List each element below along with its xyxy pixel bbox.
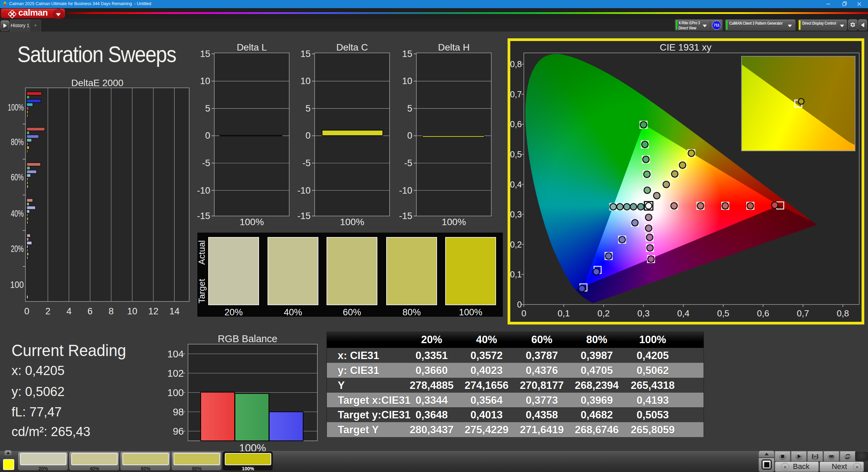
svg-text:15: 15 bbox=[200, 49, 210, 59]
svg-text:-5: -5 bbox=[202, 158, 210, 168]
svg-text:0,8: 0,8 bbox=[837, 308, 849, 318]
svg-text:0,4: 0,4 bbox=[510, 180, 522, 189]
svg-text:10: 10 bbox=[402, 76, 412, 86]
svg-text:CIE 1931 xy: CIE 1931 xy bbox=[660, 42, 712, 53]
svg-text:-15: -15 bbox=[297, 211, 311, 221]
svg-text:80%: 80% bbox=[11, 137, 24, 147]
svg-text:100%: 100% bbox=[240, 217, 264, 227]
svg-text:98: 98 bbox=[173, 407, 184, 417]
svg-text:5: 5 bbox=[407, 103, 412, 114]
svg-text:100%: 100% bbox=[8, 102, 24, 113]
svg-text:0: 0 bbox=[521, 308, 526, 318]
svg-text:0,6: 0,6 bbox=[510, 119, 522, 129]
svg-text:10: 10 bbox=[200, 76, 210, 86]
svg-text:0,2: 0,2 bbox=[597, 308, 610, 318]
svg-text:100: 100 bbox=[167, 387, 184, 398]
svg-text:0: 0 bbox=[517, 300, 522, 309]
svg-text:15: 15 bbox=[300, 49, 311, 59]
svg-text:0,2: 0,2 bbox=[510, 240, 522, 249]
svg-text:0,4: 0,4 bbox=[677, 308, 689, 318]
svg-text:Delta C: Delta C bbox=[336, 42, 368, 53]
svg-text:0,5: 0,5 bbox=[717, 308, 729, 318]
svg-text:100%: 100% bbox=[442, 217, 466, 227]
svg-text:4: 4 bbox=[66, 306, 72, 316]
svg-text:0: 0 bbox=[24, 306, 29, 316]
svg-text:102: 102 bbox=[167, 368, 184, 379]
svg-text:100: 100 bbox=[10, 280, 24, 290]
svg-text:Delta H: Delta H bbox=[438, 42, 470, 53]
svg-text:0,3: 0,3 bbox=[510, 210, 522, 219]
svg-text:-5: -5 bbox=[302, 158, 311, 168]
svg-text:RGB Balance: RGB Balance bbox=[218, 333, 277, 344]
svg-text:0,8: 0,8 bbox=[510, 59, 522, 69]
svg-text:DeltaE 2000: DeltaE 2000 bbox=[71, 78, 123, 88]
svg-text:12: 12 bbox=[148, 306, 158, 316]
svg-text:0,3: 0,3 bbox=[637, 308, 650, 318]
svg-text:15: 15 bbox=[402, 49, 412, 59]
svg-text:-10: -10 bbox=[297, 185, 311, 196]
svg-text:100%: 100% bbox=[340, 217, 364, 227]
svg-text:0: 0 bbox=[407, 131, 412, 141]
svg-text:8: 8 bbox=[108, 306, 114, 316]
svg-text:0,6: 0,6 bbox=[757, 308, 769, 318]
svg-text:-15: -15 bbox=[399, 211, 412, 221]
svg-text:0,1: 0,1 bbox=[510, 270, 522, 279]
svg-text:96: 96 bbox=[173, 426, 184, 437]
svg-text:0: 0 bbox=[205, 131, 210, 141]
svg-text:10: 10 bbox=[300, 76, 311, 86]
svg-text:5: 5 bbox=[305, 103, 311, 114]
svg-text:6: 6 bbox=[87, 306, 93, 316]
svg-text:40%: 40% bbox=[11, 209, 24, 219]
svg-text:Delta L: Delta L bbox=[237, 42, 267, 53]
svg-text:20%: 20% bbox=[11, 244, 24, 254]
svg-text:2: 2 bbox=[45, 306, 51, 316]
svg-text:104: 104 bbox=[167, 349, 184, 359]
svg-text:-10: -10 bbox=[399, 185, 412, 196]
svg-text:14: 14 bbox=[169, 306, 179, 316]
svg-text:60%: 60% bbox=[11, 172, 24, 182]
svg-text:5: 5 bbox=[205, 103, 210, 114]
svg-text:-15: -15 bbox=[197, 211, 210, 221]
svg-text:0,7: 0,7 bbox=[510, 90, 522, 99]
svg-text:-10: -10 bbox=[197, 185, 210, 196]
svg-text:-5: -5 bbox=[404, 158, 412, 168]
svg-text:0: 0 bbox=[305, 131, 311, 141]
svg-text:0,5: 0,5 bbox=[510, 150, 522, 159]
svg-text:0,1: 0,1 bbox=[558, 308, 570, 318]
svg-text:0,7: 0,7 bbox=[797, 308, 809, 318]
svg-text:10: 10 bbox=[127, 306, 137, 316]
